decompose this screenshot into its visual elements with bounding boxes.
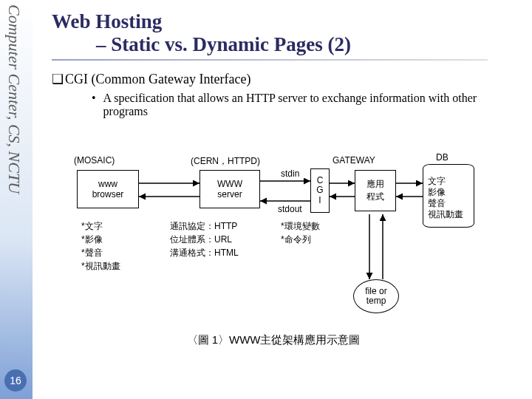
box-cgi-l3: I bbox=[311, 196, 329, 205]
note-left-d: *視訊動畫 bbox=[81, 260, 120, 273]
diagram-caption: 〈圖 1〉WWW主從架構應用示意圖 bbox=[59, 333, 488, 347]
box-browser-l1: www bbox=[78, 179, 138, 189]
sub-bullet-text: A specification that allows an HTTP serv… bbox=[103, 92, 517, 118]
note-left-a: *文字 bbox=[81, 220, 103, 233]
box-app: 應用 程式 bbox=[355, 170, 396, 211]
label-cern: (CERN，HTTPD) bbox=[191, 155, 260, 168]
box-app-l2: 程式 bbox=[355, 191, 395, 203]
label-stdout: stdout bbox=[278, 204, 302, 214]
note-right-b: *命令列 bbox=[281, 233, 311, 246]
box-db-l4: 視訊動畫 bbox=[428, 209, 471, 220]
note-left-c: *聲音 bbox=[81, 247, 103, 259]
bullet-cgi: ❑CGI (Common Gateway Interface) bbox=[52, 71, 517, 87]
bullet-dot-icon: • bbox=[92, 92, 96, 118]
box-server: WWW server bbox=[200, 170, 260, 208]
box-app-l1: 應用 bbox=[355, 178, 395, 191]
sidebar-org: Computer Center, CS, NCTU bbox=[4, 4, 24, 194]
note-right-a: *環境變數 bbox=[281, 220, 320, 233]
content-area: Web Hosting – Static vs. Dynamic Pages (… bbox=[52, 10, 517, 118]
note-mid-a: 通訊協定：HTTP bbox=[170, 220, 237, 233]
bullet-square-icon: ❑ bbox=[52, 71, 65, 87]
box-db: 文字 影像 聲音 視訊動畫 bbox=[423, 164, 474, 228]
box-server-l2: server bbox=[200, 189, 259, 200]
bullet-cgi-text: CGI (Common Gateway Interface) bbox=[65, 72, 250, 86]
label-stdin: stdin bbox=[281, 168, 299, 179]
body-text: ❑CGI (Common Gateway Interface) • A spec… bbox=[52, 71, 517, 118]
title-line1: Web Hosting bbox=[52, 10, 517, 33]
box-server-l1: WWW bbox=[200, 179, 259, 189]
box-browser-l2: browser bbox=[78, 189, 138, 200]
title-line2: – Static vs. Dynamic Pages (2) bbox=[96, 33, 517, 56]
page-number: 16 bbox=[4, 369, 27, 392]
diagram: (MOSAIC) (CERN，HTTPD) GATEWAY DB stdin s… bbox=[59, 148, 488, 347]
label-gateway: GATEWAY bbox=[332, 155, 375, 166]
box-cgi-l2: G bbox=[311, 185, 329, 195]
box-db-l3: 聲音 bbox=[428, 198, 471, 209]
oval-file-l2: temp bbox=[366, 296, 386, 306]
box-browser: www browser bbox=[77, 170, 139, 208]
oval-file: file or temp bbox=[353, 279, 399, 313]
sidebar: Computer Center, CS, NCTU 16 bbox=[0, 0, 33, 399]
box-cgi: C G I bbox=[310, 168, 330, 213]
label-mosaic: (MOSAIC) bbox=[74, 155, 115, 166]
box-db-l2: 影像 bbox=[428, 187, 471, 198]
note-left-b: *影像 bbox=[81, 233, 103, 246]
sub-bullet-cgi: • A specification that allows an HTTP se… bbox=[92, 92, 517, 118]
title-underline bbox=[52, 59, 488, 61]
note-mid-b: 位址體系：URL bbox=[170, 233, 232, 246]
label-db: DB bbox=[436, 152, 449, 163]
note-mid-c: 溝通格式：HTML bbox=[170, 247, 239, 259]
box-db-l1: 文字 bbox=[428, 176, 471, 187]
